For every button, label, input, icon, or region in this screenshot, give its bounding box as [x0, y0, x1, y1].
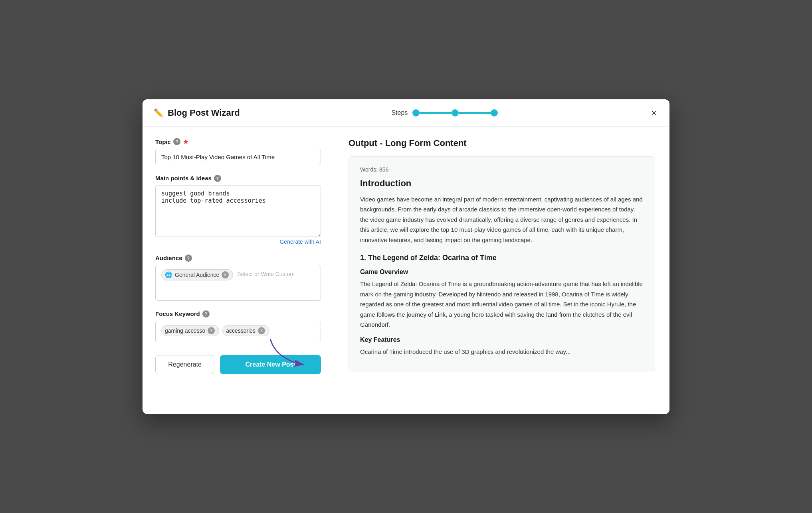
action-row: Regenerate Create New Post: [155, 355, 321, 374]
modal-body: Topic ? ★ Main points & ideas ? suggest …: [143, 127, 669, 414]
globe-icon: 🌐: [165, 271, 172, 278]
keyword-2-remove[interactable]: ×: [258, 327, 265, 334]
intro-heading: Introduction: [360, 178, 644, 189]
right-panel: Output - Long Form Content Words: 856 In…: [334, 127, 669, 414]
audience-label-text: Audience: [155, 255, 182, 261]
audience-box[interactable]: 🌐 General Audience × Select or Write Cus…: [155, 265, 321, 301]
keyword-1-label: gaming accesso: [165, 328, 205, 334]
main-points-field-group: Main points & ideas ? suggest good brand…: [155, 175, 321, 245]
keyword-tag-2[interactable]: accessories ×: [222, 325, 269, 336]
step-dot-2: [452, 109, 459, 116]
keyword-1-remove[interactable]: ×: [208, 327, 215, 334]
general-audience-tag[interactable]: 🌐 General Audience ×: [161, 269, 233, 280]
generate-ai-link[interactable]: Generate with AI: [155, 239, 321, 245]
modal-title-wrap: ✏️ Blog Post Wizard: [154, 108, 240, 118]
topic-help-icon[interactable]: ?: [173, 138, 180, 145]
regenerate-button[interactable]: Regenerate: [155, 355, 214, 374]
audience-label: Audience ?: [155, 255, 321, 262]
focus-keyword-help-icon[interactable]: ?: [202, 310, 210, 318]
audience-placeholder: Select or Write Custom: [236, 269, 295, 280]
section1-sub2-text: Ocarina of Time introduced the use of 3D…: [360, 347, 644, 357]
keyword-2-label: accessories: [226, 328, 255, 334]
output-title: Output - Long Form Content: [349, 138, 655, 148]
audience-field-group: Audience ? 🌐 General Audience × Select o…: [155, 255, 321, 301]
section1-heading: 1. The Legend of Zelda: Ocarina of Time: [360, 254, 644, 262]
step-line-2: [459, 112, 491, 114]
step-line-1: [420, 112, 452, 114]
audience-tag-label: General Audience: [175, 272, 219, 278]
step-dot-3: [491, 109, 498, 116]
steps-track: [412, 109, 498, 116]
main-points-help-icon[interactable]: ?: [214, 175, 221, 182]
close-button[interactable]: ×: [650, 107, 658, 119]
keyword-box[interactable]: gaming accesso × accessories ×: [155, 321, 321, 342]
blog-post-wizard-modal: ✏️ Blog Post Wizard Steps ×: [143, 99, 669, 414]
steps-wrap: Steps: [391, 109, 498, 116]
section1-sub2: Key Features: [360, 336, 644, 343]
create-new-post-button[interactable]: Create New Post: [220, 355, 321, 374]
audience-tag-remove[interactable]: ×: [222, 271, 229, 278]
modal-title: Blog Post Wizard: [168, 108, 240, 118]
section1-sub1-text: The Legend of Zelda: Ocarina of Time is …: [360, 279, 644, 330]
intro-text: Video games have become an integral part…: [360, 194, 644, 245]
pencil-icon: ✏️: [154, 108, 164, 118]
topic-field-group: Topic ? ★: [155, 138, 321, 165]
audience-help-icon[interactable]: ?: [185, 255, 192, 262]
main-points-textarea[interactable]: suggest good brands include top-rated ac…: [155, 185, 321, 237]
steps-label: Steps: [391, 109, 408, 116]
section1-sub1: Game Overview: [360, 268, 644, 276]
focus-keyword-label: Focus Keyword ?: [155, 310, 321, 318]
keyword-tag-1[interactable]: gaming accesso ×: [161, 325, 219, 336]
topic-input[interactable]: [155, 149, 321, 165]
focus-keyword-field-group: Focus Keyword ? gaming accesso × accesso…: [155, 310, 321, 342]
main-points-label-text: Main points & ideas: [155, 175, 212, 182]
topic-label-text: Topic: [155, 138, 171, 145]
focus-keyword-label-text: Focus Keyword: [155, 310, 200, 317]
modal-header: ✏️ Blog Post Wizard Steps ×: [143, 99, 669, 127]
step-dot-1: [412, 109, 420, 116]
main-points-label: Main points & ideas ?: [155, 175, 321, 182]
word-count: Words: 856: [360, 166, 644, 173]
topic-label: Topic ? ★: [155, 138, 321, 146]
left-panel: Topic ? ★ Main points & ideas ? suggest …: [143, 127, 334, 414]
topic-required-star: ★: [183, 138, 188, 146]
content-box: Words: 856 Introduction Video games have…: [349, 156, 655, 372]
